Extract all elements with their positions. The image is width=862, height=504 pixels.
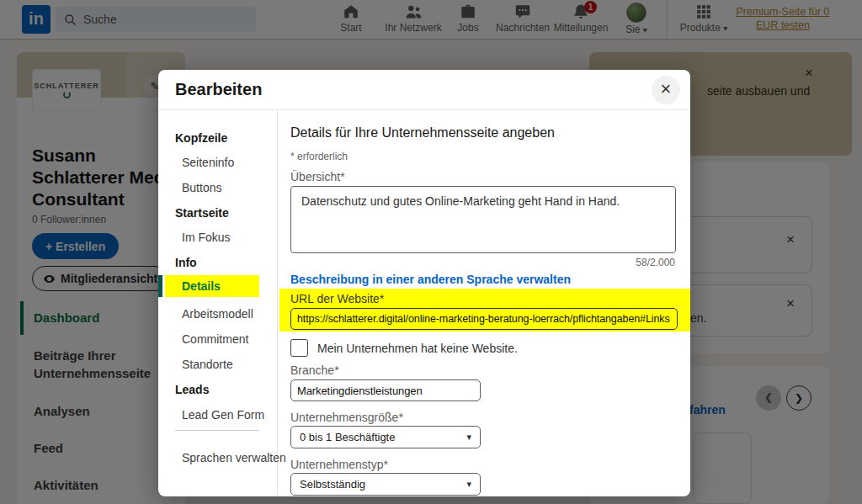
url-label: URL der Website* (290, 292, 384, 305)
nav-divider (175, 430, 259, 431)
groesse-select[interactable]: 0 bis 1 Beschäftigte ▾ (290, 426, 481, 448)
modal-nav-im-fokus[interactable]: Im Fokus (182, 231, 231, 244)
no-website-label: Mein Unternehmen hat keine Website. (317, 342, 518, 355)
modal-nav-seiteninfo[interactable]: Seiteninfo (182, 156, 234, 169)
edit-modal: Bearbeiten × Kopfzeile Seiteninfo Button… (158, 70, 690, 496)
required-note: * erforderlich (290, 151, 348, 162)
modal-nav-lead-gen-form[interactable]: Lead Gen Form (182, 408, 264, 422)
modal-nav-kopfzeile[interactable]: Kopfzeile (175, 131, 227, 145)
branche-input[interactable] (290, 379, 481, 401)
char-counter: 58/2.000 (636, 257, 675, 268)
modal-nav-commitment[interactable]: Commitment (182, 332, 248, 346)
modal-nav: Kopfzeile Seiteninfo Buttons Startseite … (158, 110, 278, 496)
typ-label: Unternehmenstyp* (290, 458, 388, 471)
modal-nav-leads[interactable]: Leads (175, 383, 209, 396)
modal-nav-sprachen-verwalten[interactable]: Sprachen verwalten (182, 451, 286, 464)
branche-label: Branche* (290, 363, 339, 377)
modal-header: Bearbeiten × (158, 70, 690, 110)
modal-nav-standorte[interactable]: Standorte (182, 358, 233, 371)
modal-title: Bearbeiten (175, 80, 262, 99)
modal-nav-startseite[interactable]: Startseite (175, 206, 229, 220)
modal-content: Details für Ihre Unternehmensseite angeb… (278, 110, 690, 496)
uebersicht-textarea[interactable]: Datenschutz und gutes Online-Marketing g… (290, 186, 676, 253)
chevron-down-icon: ▾ (466, 479, 471, 490)
form-heading: Details für Ihre Unternehmensseite angeb… (290, 125, 555, 141)
no-website-checkbox[interactable] (290, 339, 308, 357)
modal-nav-buttons[interactable]: Buttons (182, 181, 221, 194)
modal-nav-arbeitsmodell[interactable]: Arbeitsmodell (182, 307, 253, 321)
active-nav-indicator (158, 275, 162, 297)
close-icon: × (661, 78, 672, 99)
chevron-down-icon: ▾ (466, 432, 471, 443)
uebersicht-label: Übersicht* (290, 170, 345, 183)
modal-nav-details[interactable]: Details (182, 279, 221, 293)
typ-select[interactable]: Selbstständig ▾ (290, 473, 481, 496)
website-url-input[interactable] (290, 308, 678, 330)
groesse-label: Unternehmensgröße* (290, 411, 403, 424)
modal-close-button[interactable]: × (652, 76, 680, 104)
manage-language-link[interactable]: Beschreibung in einer anderen Sprache ve… (290, 273, 571, 286)
modal-nav-info[interactable]: Info (175, 256, 197, 269)
linkedin-page-admin: in Suche Start Ihr Netzwerk Jobs Nachric… (0, 0, 862, 504)
